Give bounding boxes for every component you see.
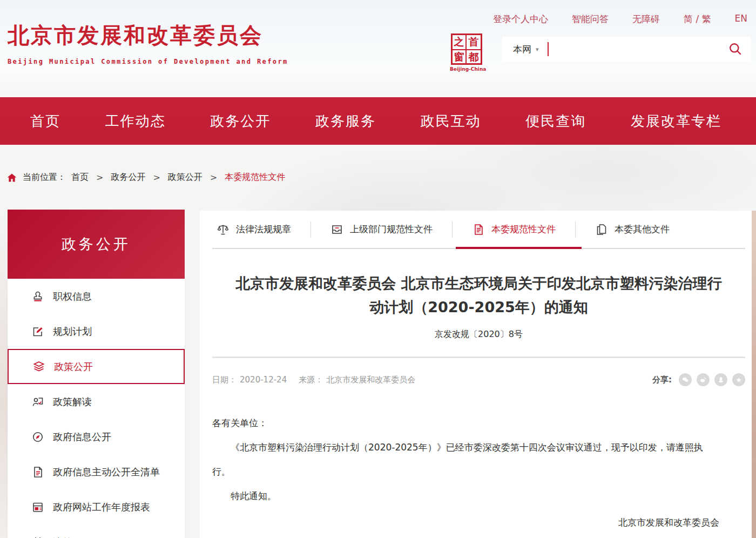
sidebar-item-label: 决策目录 xyxy=(53,536,92,538)
capital-window-seal[interactable]: 之 首 窗 都 Beijing-China xyxy=(450,33,483,72)
tab-superior-normative-docs[interactable]: 上级部门规范性文件 xyxy=(326,211,437,248)
layers-icon xyxy=(32,360,45,373)
content-tabs: 法律法规规章 上级部门规范性文件 本委规范性文件 xyxy=(212,211,745,249)
document-red-icon xyxy=(472,223,485,236)
share-wechat-icon[interactable] xyxy=(679,373,692,386)
article-meta: 日期： 2020-12-24 来源： 北京市发展和改革委员会 分享: ★ xyxy=(212,373,745,386)
accessibility-link[interactable]: 无障碍 xyxy=(632,13,660,25)
search-button[interactable] xyxy=(727,41,743,57)
smart-qa-link[interactable]: 智能问答 xyxy=(572,13,609,25)
tab-divider xyxy=(310,221,311,238)
sidebar-item-label: 规划计划 xyxy=(53,325,92,338)
source-label: 来源： xyxy=(299,375,323,385)
sidebar-item-authority-info[interactable]: 职权信息 xyxy=(8,279,185,314)
login-personal-center-link[interactable]: 登录个人中心 xyxy=(493,13,548,25)
sidebar-item-decision-catalog[interactable]: 决策目录 xyxy=(8,524,185,538)
nav-item-reform-column[interactable]: 发展改革专栏 xyxy=(631,112,721,131)
date-label: 日期： xyxy=(212,375,237,385)
date-source: 日期： 2020-12-24 来源： 北京市发展和改革委员会 xyxy=(212,375,415,385)
home-icon xyxy=(6,172,17,183)
sidebar: 政务公开 职权信息 规划计划 政策公开 xyxy=(8,210,185,538)
site-title: 北京市发展和改革委员会 xyxy=(8,21,288,50)
decision-catalog-icon xyxy=(31,536,44,538)
share-favorite-icon[interactable]: ★ xyxy=(732,373,745,386)
stamp-icon xyxy=(31,290,44,303)
utility-links: 登录个人中心 智能问答 无障碍 简 / 繁 EN xyxy=(493,13,747,25)
sidebar-item-policy-disclosure[interactable]: 政策公开 xyxy=(8,349,185,384)
breadcrumb-label: 当前位置： xyxy=(23,172,66,183)
seal-char: 窗 xyxy=(453,50,467,64)
sidebar-item-label: 职权信息 xyxy=(53,290,92,303)
search-icon xyxy=(727,41,742,56)
site-logo: 北京市发展和改革委员会 Beijing Municipal Commission… xyxy=(8,21,288,65)
nav-item-work-updates[interactable]: 工作动态 xyxy=(105,112,166,131)
nav-item-convenient-query[interactable]: 便民查询 xyxy=(525,112,586,131)
breadcrumb-current: 本委规范性文件 xyxy=(225,172,285,183)
salutation: 各有关单位： xyxy=(212,411,719,435)
tab-divider xyxy=(575,221,576,238)
background-watermark-strip xyxy=(752,211,756,538)
nav-item-gov-disclosure[interactable]: 政务公开 xyxy=(210,112,271,131)
sidebar-item-label: 政府信息主动公开全清单 xyxy=(53,466,160,479)
seal-char: 首 xyxy=(467,35,481,50)
sidebar-menu: 职权信息 规划计划 政策公开 政策解读 xyxy=(8,279,185,538)
signature: 北京市发展和改革委员会 xyxy=(212,510,719,535)
search-input[interactable] xyxy=(554,44,727,54)
simplified-traditional-toggle[interactable]: 简 / 繁 xyxy=(684,13,711,25)
tab-label: 法律法规规章 xyxy=(236,223,291,236)
search-scope-label: 本网 xyxy=(513,43,531,56)
tab-commission-other-docs[interactable]: 本委其他文件 xyxy=(591,211,674,248)
sidebar-title-text: 政务公开 xyxy=(62,234,131,254)
site-header: 北京市发展和改革委员会 Beijing Municipal Commission… xyxy=(0,0,756,97)
sidebar-item-planning[interactable]: 规划计划 xyxy=(8,314,185,349)
page: 北京市发展和改革委员会 Beijing Municipal Commission… xyxy=(0,0,756,538)
tab-laws-regulations[interactable]: 法律法规规章 xyxy=(212,211,295,248)
tab-commission-normative-docs[interactable]: 本委规范性文件 xyxy=(468,211,560,248)
inbox-icon xyxy=(330,223,343,236)
person-search-icon xyxy=(31,395,44,408)
divider xyxy=(212,357,745,358)
seal-icon: 之 首 窗 都 xyxy=(451,33,482,65)
seal-caption: Beijing-China xyxy=(450,66,483,72)
search-scope-dropdown[interactable]: 本网 ▾ xyxy=(513,43,539,56)
tab-label: 本委其他文件 xyxy=(615,223,670,236)
seal-char: 之 xyxy=(453,35,467,50)
scales-icon xyxy=(217,223,230,236)
share-qq-icon[interactable] xyxy=(714,373,727,386)
sidebar-item-website-annual-report[interactable]: 政府网站工作年度报表 xyxy=(8,489,185,524)
content-panel: 法律法规规章 上级部门规范性文件 本委规范性文件 xyxy=(200,211,752,538)
share-bar: 分享: ★ xyxy=(652,373,745,386)
share-weibo-icon[interactable] xyxy=(697,373,710,386)
nav-item-home[interactable]: 首页 xyxy=(30,112,60,131)
breadcrumb-separator: > xyxy=(153,172,160,183)
breadcrumb-policy-disclosure[interactable]: 政策公开 xyxy=(168,172,202,183)
english-link[interactable]: EN xyxy=(735,13,747,25)
sidebar-item-label: 政策公开 xyxy=(54,360,93,373)
document-icon xyxy=(31,466,44,479)
sidebar-item-label: 政府信息公开 xyxy=(53,431,111,443)
breadcrumb-home[interactable]: 首页 xyxy=(71,172,89,183)
sidebar-item-gov-info-disclosure[interactable]: 政府信息公开 xyxy=(8,419,185,454)
paragraph-1: 《北京市塑料污染治理行动计划（2020-2025年）》已经市委深改委第十四次会议… xyxy=(212,435,719,484)
search-bar: 本网 ▾ xyxy=(502,37,751,62)
seal-char: 都 xyxy=(467,50,481,64)
nav-item-gov-services[interactable]: 政务服务 xyxy=(315,112,376,131)
document-number: 京发改规〔2020〕8号 xyxy=(212,329,745,340)
sidebar-item-proactive-disclosure-list[interactable]: 政府信息主动公开全清单 xyxy=(8,454,185,489)
nav-item-public-interaction[interactable]: 政民互动 xyxy=(421,112,481,131)
article-title: 北京市发展和改革委员会 北京市生态环境局关于印发北京市塑料污染治理行动计划（20… xyxy=(234,272,723,319)
breadcrumb-separator: > xyxy=(210,172,217,183)
tab-label: 本委规范性文件 xyxy=(491,223,556,236)
primary-nav: 首页 工作动态 政务公开 政务服务 政民互动 便民查询 发展改革专栏 xyxy=(0,97,756,145)
sidebar-title: 政务公开 xyxy=(8,210,185,279)
share-label: 分享: xyxy=(652,375,672,385)
tab-divider xyxy=(452,221,453,238)
sidebar-item-label: 政府网站工作年度报表 xyxy=(53,501,150,514)
site-subtitle: Beijing Municipal Commission of Developm… xyxy=(8,58,288,65)
calendar-report-icon xyxy=(31,501,44,514)
search-cursor-divider xyxy=(548,42,549,56)
article-body: 各有关单位： 《北京市塑料污染治理行动计划（2020-2025年）》已经市委深改… xyxy=(212,411,745,535)
sidebar-item-label: 政策解读 xyxy=(53,395,92,408)
breadcrumb-gov-disclosure[interactable]: 政务公开 xyxy=(111,172,145,183)
sidebar-item-policy-interpretation[interactable]: 政策解读 xyxy=(8,384,185,419)
